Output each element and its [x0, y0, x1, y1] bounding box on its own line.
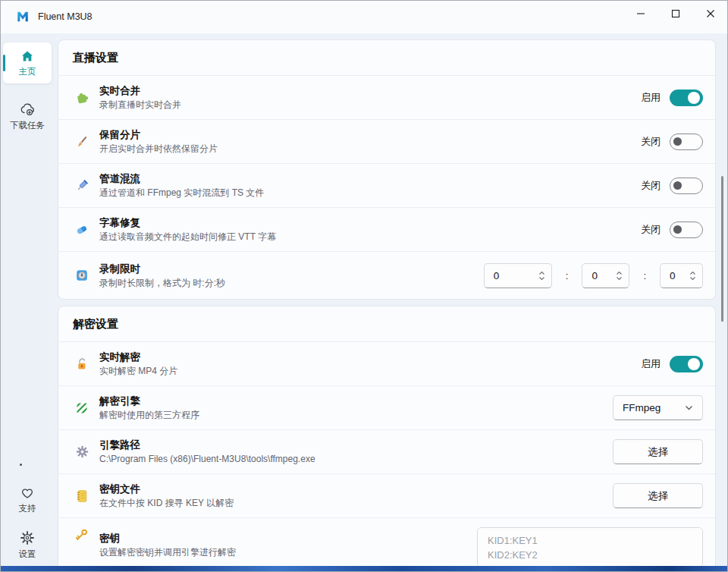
engine-path-select-button[interactable]: 选择	[613, 439, 703, 464]
row-realtime-decrypt: 实时解密 实时解密 MP4 分片 启用	[58, 342, 715, 386]
subtitle-fix-toggle[interactable]	[670, 222, 703, 238]
decrypt-engine-select[interactable]: FFmpeg	[613, 395, 703, 420]
row-title: 密钥	[99, 532, 477, 545]
row-title: 保留分片	[99, 128, 641, 141]
keep-segments-toggle[interactable]	[670, 134, 703, 150]
chevron-up-icon	[616, 271, 623, 275]
home-icon	[20, 49, 35, 64]
stripes-icon	[74, 401, 89, 416]
syringe-icon	[74, 178, 89, 193]
sidebar-item-support[interactable]: 支持	[3, 479, 52, 519]
toggle-state-label: 启用	[641, 91, 661, 105]
sidebar-item-label: 主页	[19, 66, 36, 77]
time-limit-minutes-input[interactable]: 0	[582, 263, 629, 288]
realtime-merge-toggle[interactable]	[670, 90, 703, 106]
minutes-value: 0	[592, 270, 598, 281]
row-subtitle: 录制时长限制，格式为 时:分:秒	[99, 277, 484, 289]
sidebar-item-label: 设置	[19, 548, 36, 560]
sidebar-item-label: 下载任务	[10, 120, 45, 131]
toggle-state-label: 关闭	[641, 179, 661, 193]
button-label: 选择	[648, 489, 668, 503]
row-keep-segments: 保留分片 开启实时合并时依然保留分片 关闭	[58, 120, 715, 164]
pipe-mux-toggle[interactable]	[670, 178, 703, 194]
minimize-button[interactable]	[623, 0, 658, 27]
titlebar: Fluent M3U8	[0, 0, 728, 33]
row-title: 实时合并	[99, 84, 641, 97]
row-subtitle: 解密时使用的第三方程序	[99, 409, 613, 421]
section-decrypt-settings: 解密设置 实时解密 实时解密 MP4 分片 启用	[58, 306, 716, 566]
row-subtitle: 实时解密 MP4 分片	[99, 365, 641, 377]
sidebar-item-settings[interactable]: 设置	[3, 525, 52, 564]
row-title: 录制限时	[99, 262, 484, 275]
key-textarea[interactable]	[477, 527, 703, 566]
toggle-state-label: 关闭	[641, 223, 661, 237]
notebook-icon	[74, 489, 89, 504]
chevron-down-icon	[616, 276, 623, 281]
hours-value: 0	[494, 270, 500, 281]
close-icon	[706, 9, 715, 18]
row-title: 密钥文件	[99, 482, 613, 495]
row-realtime-merge: 实时合并 录制直播时实时合并 启用	[58, 76, 715, 120]
unlock-icon	[74, 357, 89, 372]
row-key: 密钥 设置解密密钥并调用引擎进行解密	[58, 518, 715, 566]
time-separator: :	[566, 270, 569, 281]
cloud-download-icon	[19, 101, 36, 118]
gear-outline-icon	[19, 530, 36, 546]
app-logo-icon	[16, 10, 30, 24]
sidebar-item-downloads[interactable]: 下载任务	[3, 96, 52, 137]
chevron-down-icon	[685, 405, 693, 410]
desktop-wallpaper-strip	[0, 566, 728, 572]
key-file-select-button[interactable]: 选择	[613, 483, 703, 508]
maximize-button[interactable]	[658, 0, 693, 27]
hours-stepper[interactable]	[538, 271, 545, 281]
minutes-stepper[interactable]	[616, 271, 623, 281]
eraser-icon	[74, 222, 89, 237]
sidebar-bottom: 支持 设置	[0, 479, 55, 564]
puzzle-icon	[74, 90, 89, 105]
row-subtitle: 在文件中按 KID 搜寻 KEY 以解密	[99, 497, 613, 509]
scrollbar-thumb[interactable]	[721, 176, 724, 322]
realtime-decrypt-toggle[interactable]	[670, 356, 703, 372]
row-subtitle: 设置解密密钥并调用引擎进行解密	[99, 546, 477, 558]
active-indicator	[3, 55, 5, 71]
close-button[interactable]	[693, 0, 728, 27]
toggle-state-label: 关闭	[641, 135, 661, 149]
toggle-knob	[673, 225, 682, 234]
toggle-state-label: 启用	[641, 357, 661, 371]
toggle-knob	[673, 137, 682, 146]
window-controls	[623, 0, 728, 33]
row-pipe-mux: 管道混流 通过管道和 FFmpeg 实时混流到 TS 文件 关闭	[58, 164, 715, 208]
row-subtitle: C:\Program Files (x86)\Fluent-M3U8\tools…	[99, 453, 613, 465]
settings-page: 直播设置 实时合并 录制直播时实时合并 启用	[55, 33, 728, 566]
chevron-down-icon	[689, 276, 696, 281]
section-title: 解密设置	[58, 306, 715, 342]
row-title: 管道混流	[99, 172, 641, 185]
sidebar-dot	[20, 464, 22, 466]
seconds-stepper[interactable]	[689, 271, 696, 281]
time-limit-seconds-input[interactable]: 0	[660, 263, 703, 288]
sidebar-item-home[interactable]: 主页	[3, 42, 52, 83]
maximize-icon	[671, 9, 680, 18]
sidebar: 主页 下载任务 支持	[0, 33, 55, 566]
toggle-knob	[688, 92, 700, 104]
time-limit-hours-input[interactable]: 0	[484, 263, 552, 288]
row-subtitle-fix: 字幕修复 通过读取音频文件的起始时间修正 VTT 字幕 关闭	[58, 208, 715, 252]
gear-icon	[74, 445, 89, 460]
toggle-knob	[688, 358, 700, 370]
row-decrypt-engine: 解密引擎 解密时使用的第三方程序 FFmpeg	[58, 386, 715, 430]
timer-icon	[74, 268, 89, 283]
key-icon	[74, 527, 89, 542]
heart-icon	[19, 484, 36, 501]
sidebar-item-label: 支持	[19, 503, 36, 514]
toggle-knob	[673, 181, 682, 190]
row-title: 字幕修复	[99, 216, 641, 229]
chevron-up-icon	[689, 271, 696, 275]
row-subtitle: 通过读取音频文件的起始时间修正 VTT 字幕	[99, 231, 641, 243]
window-title: Fluent M3U8	[38, 11, 93, 22]
section-title: 直播设置	[58, 40, 715, 76]
time-separator: :	[643, 270, 646, 281]
row-subtitle: 通过管道和 FFmpeg 实时混流到 TS 文件	[99, 187, 641, 199]
select-value: FFmpeg	[623, 402, 661, 413]
chevron-down-icon	[538, 276, 545, 281]
row-subtitle: 开启实时合并时依然保留分片	[99, 143, 641, 155]
